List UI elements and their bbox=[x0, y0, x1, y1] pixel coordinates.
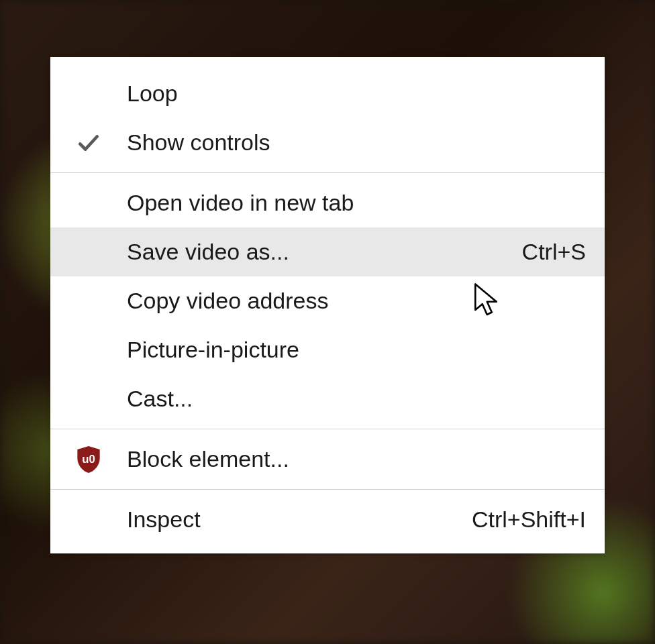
menu-item-label: Cast... bbox=[127, 386, 586, 412]
svg-text:u0: u0 bbox=[82, 453, 95, 466]
menu-item-label: Inspect bbox=[127, 506, 472, 533]
menu-item-shortcut: Ctrl+S bbox=[522, 239, 586, 265]
menu-item-label: Loop bbox=[127, 80, 586, 107]
ublock-shield-icon: u0 bbox=[50, 445, 127, 474]
menu-item-label: Copy video address bbox=[127, 288, 586, 314]
menu-item-label: Block element... bbox=[127, 446, 586, 472]
menu-item-label: Picture-in-picture bbox=[127, 337, 586, 363]
menu-item-loop[interactable]: Loop bbox=[50, 69, 605, 118]
menu-separator bbox=[50, 172, 605, 173]
menu-item-label: Open video in new tab bbox=[127, 190, 586, 216]
menu-item-picture-in-picture[interactable]: Picture-in-picture bbox=[50, 325, 605, 374]
menu-item-show-controls[interactable]: Show controls bbox=[50, 118, 605, 167]
menu-item-inspect[interactable]: Inspect Ctrl+Shift+I bbox=[50, 495, 605, 544]
menu-item-label: Show controls bbox=[127, 129, 586, 156]
menu-item-block-element[interactable]: u0 Block element... bbox=[50, 435, 605, 484]
menu-separator bbox=[50, 429, 605, 429]
menu-item-label: Save video as... bbox=[127, 239, 522, 265]
video-context-menu: Loop Show controls Open video in new tab… bbox=[50, 57, 605, 553]
menu-item-copy-address[interactable]: Copy video address bbox=[50, 276, 605, 325]
menu-item-cast[interactable]: Cast... bbox=[50, 374, 605, 423]
menu-separator bbox=[50, 489, 605, 490]
menu-item-shortcut: Ctrl+Shift+I bbox=[472, 506, 586, 533]
menu-item-save-as[interactable]: Save video as... Ctrl+S bbox=[50, 227, 605, 276]
menu-item-open-new-tab[interactable]: Open video in new tab bbox=[50, 178, 605, 227]
check-icon bbox=[50, 130, 127, 156]
